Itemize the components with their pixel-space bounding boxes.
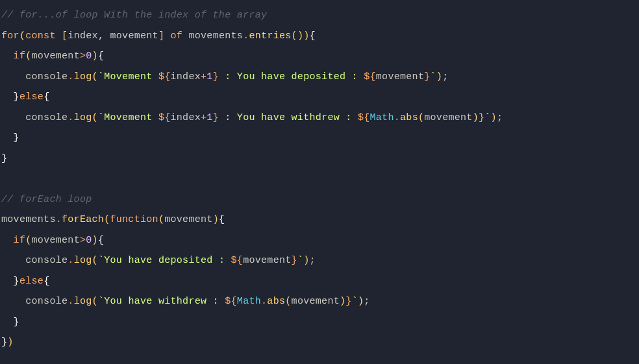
object-console: console: [25, 71, 68, 82]
identifier: index: [171, 71, 201, 82]
method-abs: abs: [267, 296, 285, 307]
code-line: // for...of loop With the index of the a…: [1, 5, 639, 26]
object-math: Math: [370, 112, 394, 123]
code-line: }: [1, 149, 639, 169]
keyword-if: if: [14, 235, 26, 246]
code-line: console.log(`You have withdrew : ${Math.…: [1, 291, 639, 312]
number-literal: 0: [86, 235, 92, 246]
number-literal: 0: [86, 51, 92, 62]
keyword-if: if: [14, 51, 26, 62]
template-string: `: [431, 71, 436, 82]
template-string: : You have deposited :: [219, 71, 364, 82]
method-call: entries: [249, 30, 291, 42]
code-line: }): [1, 332, 639, 353]
code-line: console.log(`Movement ${index+1} : You h…: [1, 67, 639, 88]
method-log: log: [74, 296, 92, 307]
object-console: console: [25, 296, 68, 307]
method-log: log: [74, 255, 92, 266]
identifier: movement: [110, 30, 158, 42]
template-string: `: [352, 296, 358, 307]
code-line: }else{: [1, 271, 639, 292]
code-line: movements.forEach(function(movement){: [1, 210, 639, 230]
identifier: movement: [376, 71, 424, 82]
identifier: index: [171, 112, 201, 123]
code-line: if(movement>0){: [1, 230, 639, 251]
keyword-else: else: [19, 276, 44, 287]
code-line: console.log(`You have deposited : ${move…: [1, 250, 639, 271]
identifier: movement: [32, 235, 80, 246]
keyword-of: of: [171, 30, 183, 42]
comment-text: // forEach loop: [1, 194, 92, 205]
method-abs: abs: [400, 112, 418, 123]
code-line: if(movement>0){: [1, 46, 639, 67]
template-string: : You have withdrew :: [219, 112, 358, 123]
object-math: Math: [237, 296, 261, 307]
comment-text: // for...of loop With the index of the a…: [1, 10, 267, 21]
code-line: }: [1, 128, 639, 149]
object-console: console: [25, 112, 68, 123]
template-string: `: [297, 255, 303, 266]
method-forEach: forEach: [62, 214, 104, 225]
number-literal: 1: [207, 112, 212, 123]
code-line: [1, 169, 639, 189]
template-string: `You have withdrew :: [98, 296, 225, 307]
keyword-else: else: [19, 91, 44, 103]
identifier: movement: [292, 296, 340, 307]
identifier: movements: [188, 30, 243, 42]
template-string: `Movement: [98, 112, 158, 123]
template-string: `You have deposited :: [98, 255, 231, 266]
parameter: movement: [164, 214, 212, 225]
code-line: }: [1, 312, 639, 333]
identifier: movement: [243, 255, 291, 266]
code-line: for(const [index, movement] of movements…: [1, 26, 639, 47]
method-log: log: [74, 112, 92, 123]
method-log: log: [74, 71, 92, 82]
code-editor[interactable]: // for...of loop With the index of the a…: [1, 5, 639, 353]
code-line: }else{: [1, 87, 639, 108]
code-line: console.log(`Movement ${index+1} : You h…: [1, 108, 639, 128]
template-string: `: [484, 112, 490, 123]
template-string: `Movement: [98, 71, 158, 82]
keyword-for: for: [1, 30, 19, 42]
keyword-function: function: [110, 214, 158, 225]
identifier: movement: [32, 51, 80, 62]
object-console: console: [25, 255, 68, 266]
number-literal: 1: [207, 71, 212, 82]
identifier: movement: [424, 112, 472, 123]
code-line: // forEach loop: [1, 189, 639, 210]
identifier: movements: [1, 214, 56, 225]
keyword-const: const: [25, 30, 56, 42]
identifier: index: [68, 30, 98, 42]
